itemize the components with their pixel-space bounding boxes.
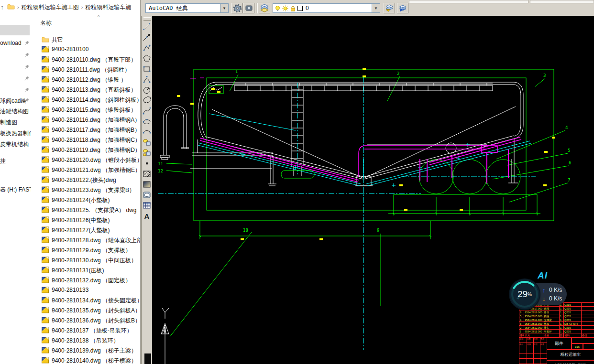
breadcrumb-item[interactable]: 粉粒物料运输车施工图 <box>22 3 79 11</box>
workspace-settings-button[interactable] <box>231 3 243 13</box>
layer-previous-button[interactable] <box>397 3 408 13</box>
pin-icon <box>24 87 29 93</box>
sidebar-item[interactable]: 板换热器制作 <box>0 128 31 139</box>
tool-rectangle[interactable] <box>142 64 152 74</box>
layer-properties-button[interactable] <box>259 3 270 13</box>
chevron-down-icon[interactable]: ▼ <box>372 4 380 12</box>
file-row[interactable]: 其它 <box>31 34 140 44</box>
file-row[interactable]: 9400-2810124(小垫板) <box>31 195 140 205</box>
sidebar-item[interactable] <box>0 50 31 61</box>
sidebar-item[interactable] <box>0 85 31 96</box>
file-name: 9400-2810111.dwg （斜圆柱） <box>52 66 130 74</box>
layer-color-swatch[interactable] <box>297 6 303 11</box>
file-row[interactable]: 9400-2810131(压板) <box>31 265 140 275</box>
tool-multiline-text[interactable]: A <box>142 211 152 221</box>
sidebar-item[interactable]: 制造图 <box>0 117 31 128</box>
workspace-combobox[interactable]: AutoCAD 经典 ▼ <box>145 3 229 13</box>
tool-construction-line[interactable] <box>142 32 152 43</box>
progress-badge[interactable]: 29% <box>510 279 539 309</box>
tool-ellipse[interactable] <box>142 116 152 127</box>
file-row[interactable]: 9400-2810118.dwg （加强槽钢C） <box>31 135 140 145</box>
file-row[interactable]: 9400-2810122.(接头)dwg <box>31 175 140 185</box>
file-row[interactable]: 9400-2810119.dwg （加强槽钢D） <box>31 145 140 155</box>
bom-cell-rem <box>581 321 594 325</box>
sidebar-item[interactable]: 挂 <box>0 156 31 166</box>
file-row[interactable]: 9400-2810134.dwg （接头固定板） <box>31 295 140 305</box>
file-row[interactable]: 9400-2810136.dwg （封头斜板B） <box>31 315 140 325</box>
up-arrow-icon[interactable]: ↑ <box>0 3 7 11</box>
toolbar-grip[interactable] <box>143 17 151 21</box>
sort-caret-icon[interactable]: ^ <box>98 14 99 19</box>
file-row[interactable]: 9400-2810113.dwg （直断斜板） <box>31 85 140 95</box>
sidebar-item[interactable]: 球阀cad绘 <box>0 96 31 106</box>
column-header-name[interactable]: 名称 <box>40 19 52 27</box>
file-row[interactable]: 9400-2810111.dwg （斜圆柱） <box>31 64 140 75</box>
sidebar-item[interactable] <box>0 62 31 73</box>
dimension-text-mark <box>241 238 244 240</box>
file-row[interactable]: 9400-2810135.dwg （封头斜板A） <box>31 305 140 315</box>
file-row[interactable]: 9400-2810117.dwg （加强槽钢B） <box>31 125 140 135</box>
tool-circle[interactable] <box>142 85 152 95</box>
file-row[interactable]: 9400-2810121.dwg （加强槽钢E） <box>31 165 140 175</box>
tool-arc[interactable] <box>142 74 152 85</box>
bom-cell-code: 9534-2815.000 <box>524 314 543 318</box>
layer-lock-icon[interactable] <box>290 5 296 11</box>
tool-ellipse-arc[interactable] <box>142 127 152 137</box>
title-block-cell: 设计 <box>519 343 527 348</box>
title-block-cell <box>527 348 533 353</box>
file-row[interactable]: 9400-2810132.dwg （固定板） <box>31 275 140 285</box>
autocad-model-space[interactable]: 1 2 3 4 5 6 7 9 18 11 12 89534-2818.000封… <box>152 16 594 364</box>
file-row[interactable]: 9400-2810114.dwg （斜圆柱斜板） <box>31 95 140 105</box>
file-row[interactable]: 9400-2810128.dwg （罐体直段上部 <box>31 235 140 245</box>
sidebar-item[interactable]: 油罐结构图 <box>0 106 31 117</box>
tool-spline[interactable] <box>142 106 152 116</box>
sidebar-item[interactable]: ownload <box>0 38 31 49</box>
file-row[interactable]: 9400-2810126(中垫板) <box>31 215 140 225</box>
my-workspace-button[interactable] <box>243 3 254 13</box>
file-row[interactable]: 9400-2810137 （垫板-吊装环） <box>31 325 140 335</box>
file-row[interactable]: 9400-2810127(大垫板) <box>31 225 140 235</box>
sidebar-item[interactable]: 器 (H:) FAST <box>0 184 31 195</box>
file-row[interactable]: 9400-2810110.dwg （直段下部） <box>31 54 140 64</box>
file-row[interactable]: 9400-2810129.dwg （支撑板） <box>31 245 140 255</box>
layer-combobox[interactable]: 0 ▼ <box>273 3 380 13</box>
download-speed-row: ↓ 0 K/s <box>542 294 562 303</box>
file-row[interactable]: 9400-2810123.dwg （支撑梁B） <box>31 185 140 195</box>
file-row[interactable]: 9400-2810138 （吊装环） <box>31 335 140 345</box>
file-row[interactable]: 9400-2810125. （支撑梁A） dwg <box>31 205 140 215</box>
tool-revision-cloud[interactable] <box>142 95 152 106</box>
file-row[interactable]: 9400-2810100 <box>31 44 140 54</box>
navigation-pane: ownload球阀cad绘油罐结构图制造图板换热器制作皮带机结构挂器 (H:) … <box>0 14 31 364</box>
breadcrumb-item[interactable]: 粉粒物料运输车施 <box>85 3 131 11</box>
chevron-down-icon[interactable]: ▼ <box>220 4 228 12</box>
file-row[interactable]: 9400-2810140.dwg （梯子横梁） <box>31 355 140 364</box>
file-row[interactable]: 9400-2810120.dwg （锥段小斜板） <box>31 155 140 165</box>
dwg-file-icon <box>42 287 49 293</box>
sidebar-item[interactable] <box>0 74 31 84</box>
file-row[interactable]: 9400-2810116.dwg （加强槽钢A） <box>31 115 140 125</box>
sidebar-item[interactable] <box>0 25 30 35</box>
tool-gradient[interactable] <box>142 179 152 190</box>
tool-table[interactable] <box>142 200 152 211</box>
file-row[interactable]: 9400-2810112.dwg （锥段 ） <box>31 75 140 85</box>
sidebar-item[interactable]: 皮带机结构 <box>0 139 31 150</box>
file-row[interactable]: 9400-2810115.dwg （锥段斜板） <box>31 105 140 115</box>
bom-header-cell: 备注 <box>581 333 594 337</box>
file-row[interactable]: 9400-2810139.dwg （梯子主梁） <box>31 345 140 355</box>
tool-polygon[interactable] <box>142 53 152 64</box>
tool-region[interactable] <box>142 190 152 200</box>
file-row[interactable]: 9400-2810130.dwg （中间压板） <box>31 255 140 265</box>
tool-line[interactable] <box>142 21 152 32</box>
file-row[interactable]: 9400-2810133 <box>31 285 140 295</box>
layer-on-bulb-icon[interactable] <box>275 5 281 11</box>
sidebar-item-label: 挂 <box>0 157 6 165</box>
net-speed-overlay[interactable]: AI ↑ 0 K/s ↓ 0 K/s 29% <box>510 270 570 309</box>
address-bar[interactable]: ↑ › 粉粒物料运输车施工图 › 粉粒物料运输车施 <box>0 0 135 15</box>
tool-make-block[interactable] <box>142 148 152 158</box>
tool-polyline[interactable] <box>142 43 152 53</box>
tool-hatch[interactable] <box>142 169 152 179</box>
tool-point[interactable] <box>142 158 152 169</box>
tool-insert-block[interactable] <box>142 137 152 148</box>
layer-freeze-sun-icon[interactable] <box>282 5 288 11</box>
layer-states-button[interactable] <box>384 3 395 13</box>
